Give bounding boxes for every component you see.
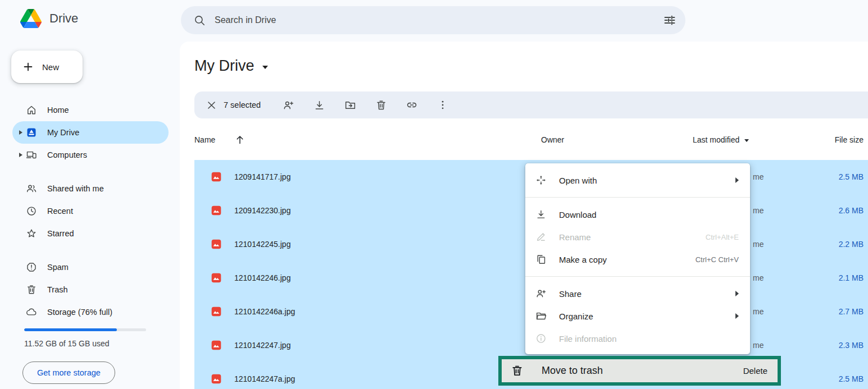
sidebar-item-computers[interactable]: Computers [12,144,169,166]
menu-item-move-to-trash[interactable]: Move to trash Delete [498,356,781,386]
file-name: 1210142246a.jpg [234,307,295,316]
image-file-icon [211,373,222,385]
image-file-icon [211,205,222,216]
sidebar-item-label: Home [47,106,69,115]
menu-item-label: Organize [559,312,593,321]
file-size: 2.7 MB [839,307,864,316]
drive-logo-icon [20,9,42,28]
page-title: My Drive [194,57,255,75]
page-title-dropdown[interactable]: My Drive [194,57,268,75]
sidebar-item-storage[interactable]: Storage (76% full) [12,301,169,323]
download-button[interactable] [308,94,330,116]
menu-item-open-with[interactable]: Open with [525,169,750,191]
drive-logo[interactable]: Drive [20,9,78,28]
submenu-arrow-icon [735,177,739,183]
trash-icon [511,364,524,377]
file-name: 1209142230.jpg [234,206,290,215]
file-modified-by: me [753,240,764,249]
column-header-file-size[interactable]: File size [835,135,864,144]
menu-divider [525,276,750,277]
share-button[interactable] [277,94,299,116]
menu-item-share[interactable]: Share [525,282,750,305]
file-name: 1210142245.jpg [234,240,290,249]
menu-item-shortcut: Ctrl+C Ctrl+V [696,255,739,264]
move-to-folder-button[interactable] [339,94,361,116]
info-icon [535,333,547,344]
more-options-icon [437,99,448,111]
trash-icon [26,284,37,295]
sidebar-item-starred[interactable]: Starred [12,222,169,245]
sidebar-item-recent[interactable]: Recent [12,200,169,222]
menu-item-label: Open with [559,176,597,185]
menu-item-label: Rename [559,232,591,242]
more-options-button[interactable] [431,94,454,116]
column-header-name[interactable]: Name [194,135,215,144]
menu-divider [525,197,750,198]
file-size: 2.2 MB [839,240,864,249]
main-panel: My Drive 7 selected Name [180,42,868,389]
starred-icon [26,228,37,239]
get-more-storage-label: Get more storage [37,368,101,377]
search-icon [193,14,206,26]
add-person-icon [283,99,294,111]
download-icon [313,99,325,111]
sidebar-item-my-drive[interactable]: My Drive [12,121,169,144]
column-header-owner[interactable]: Owner [541,135,564,144]
sidebar-item-spam[interactable]: Spam [12,256,169,278]
search-bar[interactable] [181,6,685,34]
search-input[interactable] [215,15,663,25]
image-file-icon [211,272,222,283]
submenu-arrow-icon [735,291,739,296]
file-size: 2.1 MB [839,273,864,282]
column-header-last-modified[interactable]: Last modified [693,135,749,144]
sidebar-item-home[interactable]: Home [12,99,169,121]
menu-item-file-information[interactable]: File information [525,327,750,350]
menu-item-rename[interactable]: Rename Ctrl+Alt+E [525,226,750,248]
image-file-icon [211,306,222,317]
shared-with-me-icon [26,183,37,194]
file-name: 1210142247.jpg [234,341,290,350]
get-more-storage-button[interactable]: Get more storage [22,361,115,384]
expand-chevron-icon[interactable] [19,153,22,157]
menu-item-label: File information [559,334,617,344]
file-name: 1210142247a.jpg [234,374,295,383]
plus-icon [22,61,34,73]
sidebar-item-shared-with-me[interactable]: Shared with me [12,177,169,200]
sidebar-item-label: Storage (76% full) [47,308,112,317]
file-modified-by: me [753,206,764,215]
sort-descending-icon [744,139,749,142]
open-with-icon [535,175,547,186]
clear-selection-button[interactable] [200,94,222,116]
add-person-icon [535,288,547,299]
storage-cloud-icon [26,306,37,318]
file-size: 2.5 MB [839,374,864,383]
copy-link-button[interactable] [401,94,423,116]
menu-item-make-a-copy[interactable]: Make a copy Ctrl+C Ctrl+V [525,248,750,271]
file-modified-by: me [753,341,764,350]
my-drive-icon [26,127,37,138]
file-modified-by: me [753,273,764,282]
selected-count-label: 7 selected [224,100,261,109]
trash-button[interactable] [370,94,392,116]
file-size: 2.3 MB [839,341,864,350]
search-filters-icon[interactable] [663,13,676,27]
menu-item-download[interactable]: Download [525,203,750,226]
app-title: Drive [49,11,78,26]
sidebar-item-trash[interactable]: Trash [12,278,169,301]
menu-item-organize[interactable]: Organize [525,305,750,327]
expand-chevron-icon[interactable] [19,130,22,135]
copy-icon [535,254,547,265]
image-file-icon [211,239,222,250]
context-menu: Open with Download Rename Ctrl+Alt+E Mak… [525,163,750,354]
close-icon [206,100,217,111]
move-to-folder-icon [344,99,356,111]
storage-progress-fill [24,328,117,331]
table-header: Name Last modified Owner Last modified F… [194,134,868,148]
new-button[interactable]: New [11,51,83,83]
sort-ascending-icon[interactable] [234,134,246,146]
file-name: 1209141717.jpg [234,172,290,181]
new-button-label: New [42,62,59,72]
file-name: 1210142246.jpg [234,273,290,282]
chevron-down-icon [262,66,268,69]
sidebar-item-label: Computers [47,150,87,159]
